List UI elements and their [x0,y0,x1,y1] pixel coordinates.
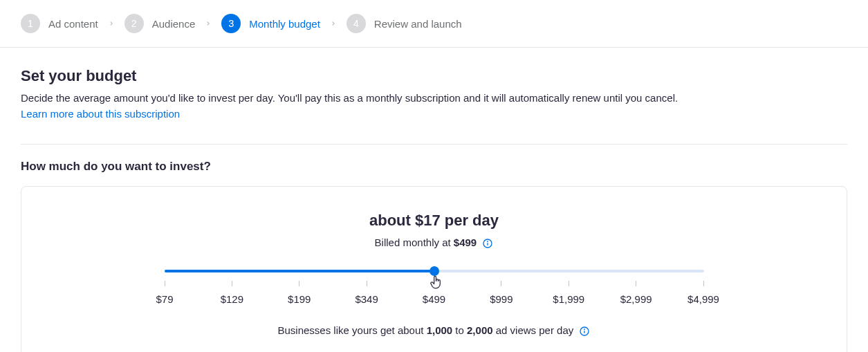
slider-ticks: $79 $129 $199 $349 $499 $999 $1,999 $2,9… [165,281,704,305]
info-icon[interactable] [482,238,493,249]
tick: $999 [501,281,501,305]
step-number: 2 [124,14,144,33]
svg-point-2 [488,241,488,242]
tick: $199 [299,281,299,305]
tick: $79 [165,281,165,305]
tick-label: $1,999 [553,293,584,305]
footnote-suffix: ad views per day [493,324,574,336]
footnote-to: to [452,324,467,336]
step-label: Ad content [48,18,98,30]
chevron-right-icon [330,18,337,29]
tick: $4,999 [703,281,704,305]
slider-thumb[interactable] [430,266,439,276]
tick: $129 [232,281,232,305]
tick-label: $199 [288,293,311,305]
billed-prefix: Billed monthly at [375,237,454,248]
tick-label: $79 [156,293,173,305]
chevron-right-icon [205,18,212,29]
tick-label: $349 [355,293,378,305]
footnote-high: 2,000 [467,324,493,336]
tick: $2,999 [636,281,636,305]
tick: $1,999 [569,281,569,305]
page-title: Set your budget [21,67,847,85]
footnote-low: 1,000 [427,324,453,336]
step-ad-content[interactable]: 1 Ad content [21,14,98,33]
budget-card: about $17 per day Billed monthly at $499… [21,186,847,352]
budget-content: Set your budget Decide the average amoun… [0,48,868,352]
tick-label: $4,999 [687,293,719,305]
slider-track [165,270,704,272]
tick-label: $2,999 [620,293,652,305]
billed-amount: $499 [454,237,477,248]
step-number: 4 [347,14,366,33]
stepper: 1 Ad content 2 Audience 3 Monthly budget… [0,0,868,48]
step-label: Audience [152,18,196,30]
step-review-launch[interactable]: 4 Review and launch [347,14,462,33]
chevron-right-icon [108,18,115,29]
footnote-prefix: Businesses like yours get about [278,324,427,336]
page-subtext: Decide the average amount you'd like to … [21,92,847,104]
learn-more-link[interactable]: Learn more about this subscription [21,108,180,120]
step-label: Monthly budget [249,18,320,30]
tick: $349 [367,281,367,305]
per-day-amount: about $17 per day [42,212,826,230]
step-number: 3 [221,14,241,33]
step-monthly-budget[interactable]: 3 Monthly budget [221,14,320,33]
billed-monthly: Billed monthly at $499 [42,237,826,249]
info-icon[interactable] [579,326,590,337]
svg-point-5 [584,329,585,330]
divider [21,144,847,145]
tick: $499 [434,281,434,305]
step-label: Review and launch [374,18,462,30]
tick-label: $129 [221,293,243,305]
invest-question: How much do you want to invest? [21,160,847,174]
budget-slider[interactable]: $79 $129 $199 $349 $499 $999 $1,999 $2,9… [165,270,704,305]
tick-label: $499 [423,293,445,305]
step-audience[interactable]: 2 Audience [124,14,196,33]
ad-views-footnote: Businesses like yours get about 1,000 to… [42,324,826,337]
tick-label: $999 [490,293,513,305]
step-number: 1 [21,14,40,33]
slider-fill [165,270,434,272]
